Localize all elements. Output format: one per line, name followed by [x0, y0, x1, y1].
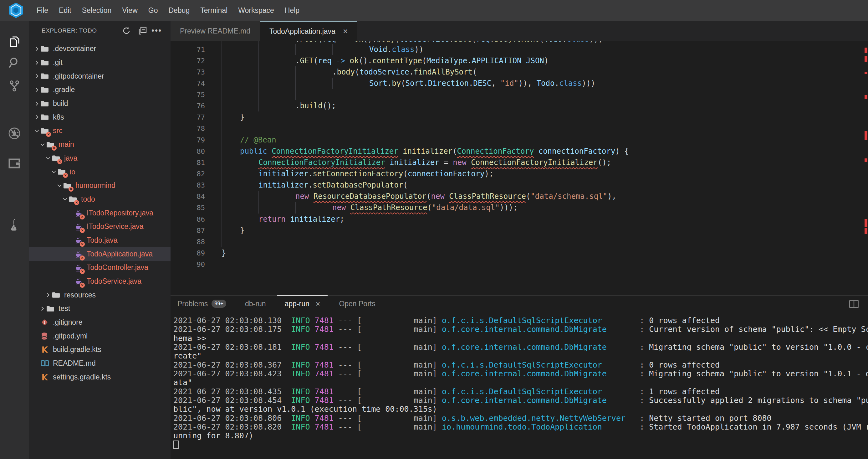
editor-area[interactable]: Preview README.mdTodoApplication.java× .… — [170, 21, 868, 295]
tree-item-io[interactable]: ×io — [29, 165, 170, 179]
code-line[interactable]: 84new ResourceDatabasePopulator(new Clas… — [170, 191, 868, 202]
menu-terminal[interactable]: Terminal — [195, 0, 233, 21]
menu-selection[interactable]: Selection — [77, 0, 117, 21]
refresh-icon[interactable] — [121, 26, 131, 36]
debug-disabled-icon[interactable] — [7, 126, 21, 140]
tree-item-settings-gradle-kts[interactable]: settings.gradle.kts — [29, 370, 170, 384]
code-line[interactable]: 74Sort.by(Sort.Direction.DESC, "id")), T… — [170, 78, 868, 89]
chevron-right-icon[interactable] — [33, 46, 41, 52]
panel-tab-db-run[interactable]: db-run — [236, 295, 275, 312]
chevron-right-icon[interactable] — [44, 292, 52, 298]
tree-item--devcontainer[interactable]: .devcontainer — [29, 42, 170, 56]
code-line[interactable]: 88 — [170, 236, 868, 247]
tree-item-itodoservice-java[interactable]: ×ITodoService.java — [29, 220, 170, 234]
code-line[interactable]: 75 — [170, 89, 868, 100]
chevron-right-icon[interactable] — [33, 101, 41, 107]
tree-item-build-gradle-kts[interactable]: build.gradle.kts — [29, 343, 170, 356]
chevron-right-icon[interactable] — [33, 73, 41, 79]
chevron-right-icon[interactable] — [33, 59, 41, 66]
code-line[interactable]: 89} — [170, 247, 868, 259]
tree-item-test[interactable]: test — [29, 302, 170, 316]
tree-item--gitignore[interactable]: .gitignore — [29, 316, 170, 329]
tree-item-main[interactable]: ×main — [29, 138, 170, 151]
tree-item-java[interactable]: ×java — [29, 151, 170, 165]
terminal-output[interactable]: 2021-06-27 02:03:08.130 INFO 7481 --- [ … — [173, 316, 868, 449]
code-line[interactable]: 81ConnectionFactoryInitializer initializ… — [170, 157, 868, 168]
code-line[interactable]: 72.GET(req -> ok().contentType(MediaType… — [170, 55, 868, 66]
terminal-line: 2021-06-27 02:03:08.435 INFO 7481 --- [ … — [173, 387, 868, 396]
tree-item-label: test — [59, 304, 70, 313]
panel-tab-app-run[interactable]: app-run× — [275, 295, 330, 312]
code-viewport[interactable]: 71Void.class))72.GET(req -> ok().content… — [170, 44, 868, 270]
chevron-down-icon[interactable] — [51, 168, 57, 176]
folder-icon — [41, 73, 50, 80]
error-badge: × — [52, 146, 57, 151]
panel-tab-open-ports[interactable]: Open Ports — [330, 295, 384, 312]
chevron-right-icon[interactable] — [39, 306, 46, 312]
folder-icon — [46, 305, 56, 312]
search-icon[interactable] — [7, 56, 21, 69]
tree-item-build[interactable]: build — [29, 97, 170, 111]
code-line[interactable]: 86return initializer; — [170, 213, 868, 225]
terminal-line: 2021-06-27 02:03:08.423 INFO 7481 --- [ … — [173, 369, 868, 378]
menu-edit[interactable]: Edit — [54, 0, 77, 21]
workspace-frame-icon[interactable] — [7, 156, 21, 170]
tree-item--gradle[interactable]: .gradle — [29, 83, 170, 97]
tree-item-todo-java[interactable]: ×Todo.java — [29, 234, 170, 247]
close-icon[interactable]: × — [343, 27, 348, 36]
tree-item-itodorepository-java[interactable]: ×ITodoRepository.java — [29, 206, 170, 220]
split-panel-icon[interactable] — [849, 300, 859, 308]
source-control-icon[interactable] — [7, 79, 21, 93]
code-line[interactable]: 90 — [170, 259, 868, 270]
code-line[interactable]: 83initializer.setDatabasePopulator( — [170, 179, 868, 191]
tree-item-resources[interactable]: resources — [29, 288, 170, 302]
menu-debug[interactable]: Debug — [163, 0, 195, 21]
tree-item-k8s[interactable]: k8s — [29, 110, 170, 124]
code-line[interactable]: 78 — [170, 123, 868, 134]
editor-tab-preview-readme-md[interactable]: Preview README.md — [170, 21, 260, 41]
tree-item-readme-md[interactable]: README.md — [29, 356, 170, 370]
tree-item--gitpodcontainer[interactable]: .gitpodcontainer — [29, 69, 170, 83]
terminal-line: 2021-06-27 02:03:08.806 INFO 7481 --- [ … — [173, 414, 868, 423]
chevron-down-icon[interactable] — [56, 182, 63, 190]
menu-go[interactable]: Go — [143, 0, 163, 21]
tree-item--gitpod-yml[interactable]: .gitpod.yml — [29, 329, 170, 343]
menu-workspace[interactable]: Workspace — [233, 0, 279, 21]
editor-tab-todoapplication-java[interactable]: TodoApplication.java× — [260, 21, 357, 41]
menu-file[interactable]: File — [31, 0, 54, 21]
code-line[interactable]: 71Void.class)) — [170, 44, 868, 55]
more-actions-icon[interactable]: ••• — [151, 26, 161, 36]
java-file-icon: × — [74, 223, 84, 230]
test-flask-icon[interactable] — [7, 219, 21, 232]
tree-item-todoservice-java[interactable]: ×TodoService.java — [29, 275, 170, 288]
code-line[interactable]: 73.body(todoService.findAllBySort( — [170, 66, 868, 78]
collapse-folders-icon[interactable] — [138, 26, 148, 36]
tree-item-todo[interactable]: ×todo — [29, 193, 170, 206]
menu-view[interactable]: View — [117, 0, 143, 21]
tree-item-src[interactable]: ×src — [29, 124, 170, 138]
code-line[interactable]: 80public ConnectionFactoryInitializer in… — [170, 146, 868, 157]
code-line[interactable]: 82initializer.setConnectionFactory(conne… — [170, 168, 868, 179]
chevron-down-icon[interactable] — [39, 141, 46, 148]
code-line[interactable]: 76.build(); — [170, 100, 868, 112]
tree-item-todocontroller-java[interactable]: ×TodoController.java — [29, 261, 170, 275]
code-line[interactable]: 77} — [170, 112, 868, 123]
chevron-down-icon[interactable] — [34, 127, 40, 135]
tab-label: TodoApplication.java — [270, 27, 335, 36]
tree-item-todoapplication-java[interactable]: ×TodoApplication.java — [29, 247, 170, 261]
code-line[interactable]: 79// @Bean — [170, 134, 868, 146]
tree-item-humourmind[interactable]: ×humourmind — [29, 179, 170, 193]
code-line[interactable]: 87} — [170, 225, 868, 236]
chevron-down-icon[interactable] — [62, 195, 68, 203]
panel-tab-problems[interactable]: Problems99+ — [168, 295, 236, 312]
ruler-error-mark — [865, 72, 867, 74]
close-icon[interactable]: × — [316, 299, 320, 308]
files-icon[interactable] — [7, 35, 21, 49]
chevron-right-icon[interactable] — [33, 87, 41, 93]
chevron-right-icon[interactable] — [33, 114, 41, 120]
code-line[interactable]: 85new ClassPathResource("data/data.sql")… — [170, 202, 868, 213]
chevron-down-icon[interactable] — [45, 154, 51, 162]
tree-item--git[interactable]: .git — [29, 56, 170, 69]
menu-help[interactable]: Help — [279, 0, 305, 21]
titlebar: FileEditSelectionViewGoDebugTerminalWork… — [0, 0, 868, 21]
